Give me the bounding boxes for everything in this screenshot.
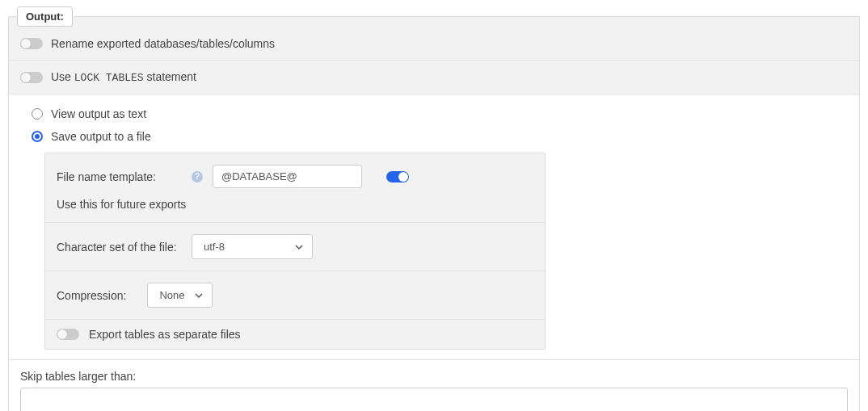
label-lock-tables: Use LOCK TABLES statement xyxy=(51,70,196,84)
toggle-future-exports[interactable] xyxy=(386,171,409,182)
input-skip-tables[interactable] xyxy=(20,388,848,411)
label-save-to-file: Save output to a file xyxy=(51,130,151,143)
toggle-lock-tables[interactable] xyxy=(20,72,43,83)
select-charset[interactable]: utf-8 xyxy=(192,234,313,259)
row-view-as-text: View output as text xyxy=(20,103,848,125)
radio-save-to-file[interactable] xyxy=(32,131,43,142)
help-icon[interactable]: ? xyxy=(192,171,203,182)
row-compression: Compression: None xyxy=(45,271,545,320)
label-rename-exported: Rename exported databases/tables/columns xyxy=(51,37,275,50)
toggle-export-separate[interactable] xyxy=(57,329,79,340)
label-skip-tables: Skip tables larger than: xyxy=(20,370,848,383)
row-save-to-file: Save output to a file xyxy=(20,125,848,148)
row-lock-tables: Use LOCK TABLES statement xyxy=(9,61,859,94)
select-charset-value: utf-8 xyxy=(204,241,225,253)
row-rename-exported: Rename exported databases/tables/columns xyxy=(9,17,859,61)
chevron-down-icon xyxy=(194,291,204,300)
output-mode-block: View output as text Save output to a fil… xyxy=(9,94,859,360)
label-future-exports: Use this for future exports xyxy=(57,198,186,211)
label-compression: Compression: xyxy=(57,289,126,302)
row-skip-tables: Skip tables larger than: xyxy=(9,360,859,411)
select-compression[interactable]: None xyxy=(147,283,213,308)
label-charset: Character set of the file: xyxy=(57,241,182,254)
panel-legend: Output: xyxy=(17,6,73,27)
select-compression-value: None xyxy=(159,289,184,301)
label-export-separate: Export tables as separate files xyxy=(89,328,241,341)
chevron-down-icon xyxy=(294,242,304,252)
file-settings-panel: File name template: ? Use this for futur… xyxy=(44,153,546,350)
row-export-separate: Export tables as separate files xyxy=(45,320,545,349)
lock-tables-code: LOCK TABLES xyxy=(74,72,144,84)
toggle-rename-exported[interactable] xyxy=(20,38,43,49)
label-view-as-text: View output as text xyxy=(51,107,146,120)
row-charset: Character set of the file: utf-8 xyxy=(45,223,545,271)
row-file-template: File name template: ? Use this for futur… xyxy=(45,153,545,223)
radio-view-as-text[interactable] xyxy=(32,108,43,120)
output-panel: Output: Rename exported databases/tables… xyxy=(8,16,860,411)
input-file-template[interactable] xyxy=(213,165,362,188)
label-file-template: File name template: xyxy=(57,170,182,183)
